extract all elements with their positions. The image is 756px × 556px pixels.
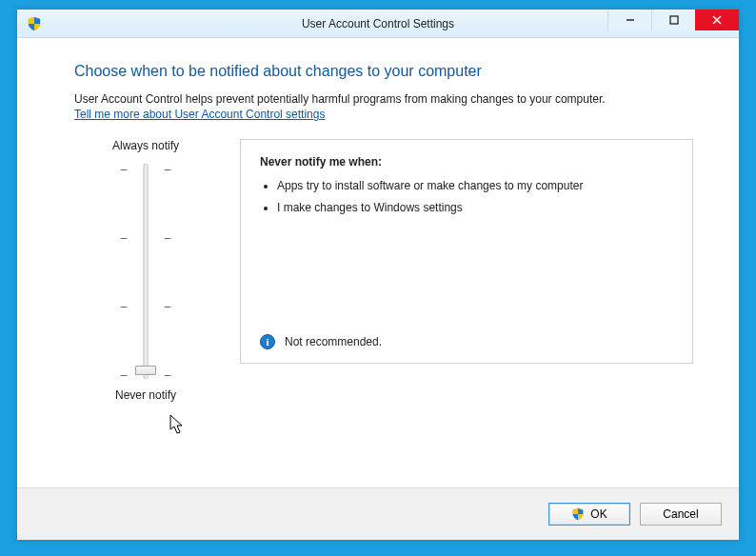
ok-button-label: OK [590,507,607,521]
maximize-button[interactable] [651,10,695,30]
slider-track [144,164,149,379]
info-panel: Never notify me when: Apps try to instal… [240,139,693,364]
info-title: Never notify me when: [260,155,673,169]
cancel-button-label: Cancel [663,507,698,521]
cancel-button[interactable]: Cancel [640,503,722,526]
slider-tick: –– [117,164,174,175]
help-link[interactable]: Tell me more about User Account Control … [74,108,325,121]
info-icon: i [260,334,275,349]
notification-level-slider-area: Always notify –– –– –– –– Never notify [74,139,217,402]
info-bullet: I make changes to Windows settings [277,200,673,215]
close-button[interactable] [695,10,739,30]
ok-button[interactable]: OK [548,503,630,526]
uac-shield-icon [27,16,42,31]
content-area: Choose when to be notified about changes… [17,38,739,486]
slider-thumb[interactable] [135,366,156,375]
slider-bottom-label: Never notify [74,388,217,402]
titlebar[interactable]: User Account Control Settings [17,10,739,38]
notification-level-slider[interactable]: –– –– –– –– [117,162,174,381]
uac-settings-window: User Account Control Settings Choose whe… [16,9,740,541]
recommendation-text: Not recommended. [285,335,382,348]
description-text: User Account Control helps prevent poten… [74,92,606,106]
caption-buttons [607,10,739,30]
slider-tick: –– [117,232,174,244]
footer: OK Cancel [17,487,739,540]
slider-tick: –– [117,301,174,312]
info-bullet: Apps try to install software or make cha… [277,178,673,193]
page-heading: Choose when to be notified about changes… [74,63,693,80]
recommendation-row: i Not recommended. [260,334,382,349]
uac-shield-icon [571,507,585,521]
info-bullet-list: Apps try to install software or make cha… [277,178,673,214]
slider-top-label: Always notify [74,139,217,152]
description: User Account Control helps prevent poten… [74,91,693,122]
minimize-button[interactable] [607,10,651,30]
svg-rect-1 [670,16,678,24]
